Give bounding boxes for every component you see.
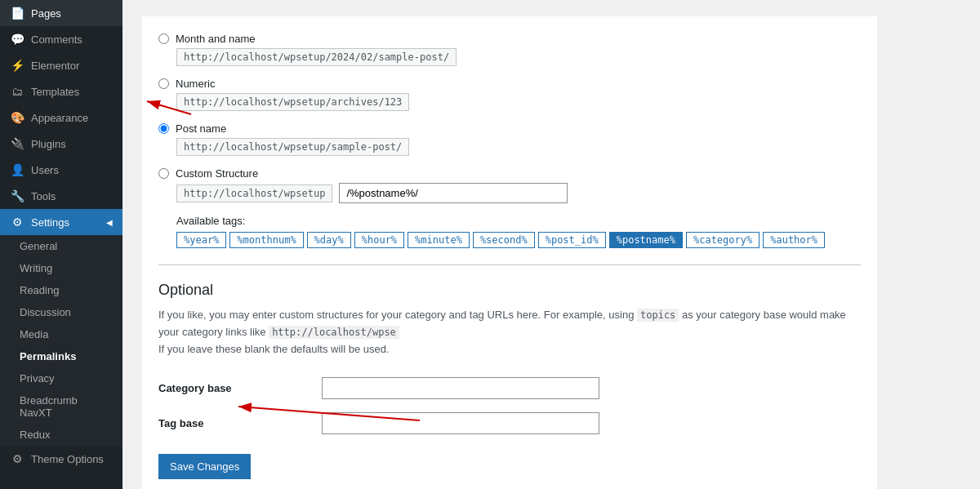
- submenu-general[interactable]: General: [0, 235, 122, 257]
- sidebar: 📄 Pages 💬 Comments ⚡ Elementor 🗂 Templat…: [0, 0, 122, 489]
- tag-monthnum[interactable]: %monthnum%: [229, 232, 303, 248]
- optional-form-table: Category base Tag base: [158, 371, 861, 441]
- optional-title: Optional: [158, 282, 861, 299]
- save-changes-button[interactable]: Save Changes: [158, 454, 251, 479]
- optional-description: If you like, you may enter custom struct…: [158, 307, 861, 358]
- tag-day[interactable]: %day%: [307, 232, 351, 248]
- month-name-option: Month and name http://localhost/wpsetup/…: [158, 33, 861, 66]
- custom-structure-radio[interactable]: [158, 168, 169, 179]
- sidebar-item-users[interactable]: 👤 Users: [0, 157, 122, 183]
- submenu-breadcrumb[interactable]: Breadcrumb NavXT: [0, 389, 122, 424]
- sidebar-item-plugins-label: Plugins: [31, 138, 66, 150]
- pages-icon: 📄: [10, 7, 24, 20]
- available-tags-section: Available tags: %year% %monthnum% %day% …: [176, 215, 861, 248]
- appearance-icon: 🎨: [10, 111, 24, 124]
- available-tags-label: Available tags:: [176, 215, 861, 227]
- month-name-url: http://localhost/wpsetup/2024/02/sample-…: [176, 48, 457, 66]
- tags-row: %year% %monthnum% %day% %hour% %minute% …: [176, 232, 861, 248]
- sidebar-item-plugins[interactable]: 🔌 Plugins: [0, 131, 122, 157]
- tag-second[interactable]: %second%: [473, 232, 535, 248]
- sidebar-item-settings[interactable]: ⚙ Settings ◀: [0, 209, 122, 235]
- comments-icon: 💬: [10, 33, 24, 46]
- custom-structure-input[interactable]: [339, 183, 568, 203]
- elementor-icon: ⚡: [10, 59, 24, 72]
- settings-arrow-icon: ◀: [106, 218, 113, 227]
- permalink-settings-card: Month and name http://localhost/wpsetup/…: [142, 16, 877, 489]
- submenu-permalinks[interactable]: Permalinks: [0, 345, 122, 367]
- category-base-input[interactable]: [322, 377, 599, 399]
- sidebar-item-elementor[interactable]: ⚡ Elementor: [0, 52, 122, 78]
- post-name-url: http://localhost/wpsetup/sample-post/: [176, 138, 409, 156]
- settings-submenu: General Writing Reading Discussion Media…: [0, 235, 122, 446]
- topics-code: topics: [637, 309, 679, 322]
- month-name-radio[interactable]: [158, 33, 169, 44]
- plugins-icon: 🔌: [10, 137, 24, 150]
- tag-hour[interactable]: %hour%: [354, 232, 404, 248]
- custom-structure-input-row: http://localhost/wpsetup: [176, 183, 861, 203]
- sidebar-item-templates-label: Templates: [31, 86, 79, 98]
- post-name-option: Post name http://localhost/wpsetup/sampl…: [158, 122, 861, 156]
- numeric-url: http://localhost/wpsetup/archives/123: [176, 93, 409, 111]
- month-name-radio-label: Month and name: [158, 33, 861, 45]
- sidebar-item-theme-options[interactable]: ⚙ Theme Options: [0, 446, 122, 472]
- sidebar-item-comments[interactable]: 💬 Comments: [0, 26, 122, 52]
- category-base-label: Category base: [158, 382, 232, 394]
- month-name-label: Month and name: [176, 33, 256, 45]
- post-name-radio-label: Post name: [158, 122, 861, 135]
- sidebar-item-elementor-label: Elementor: [31, 60, 79, 72]
- category-base-row: Category base: [158, 371, 861, 406]
- numeric-radio[interactable]: [158, 78, 169, 89]
- sidebar-item-settings-label: Settings: [31, 216, 69, 229]
- submenu-media[interactable]: Media: [0, 323, 122, 345]
- theme-options-icon: ⚙: [10, 452, 24, 465]
- custom-structure-radio-label: Custom Structure: [158, 167, 861, 180]
- sidebar-item-appearance-label: Appearance: [31, 112, 88, 124]
- tag-base-row: Tag base: [158, 406, 861, 441]
- optional-section: Optional If you like, you may enter cust…: [158, 282, 861, 441]
- sidebar-item-pages[interactable]: 📄 Pages: [0, 0, 122, 26]
- submenu-discussion[interactable]: Discussion: [0, 301, 122, 323]
- post-name-radio[interactable]: [158, 123, 169, 134]
- numeric-radio-label: Numeric: [158, 78, 861, 90]
- tag-base-input[interactable]: [322, 412, 599, 434]
- tag-author[interactable]: %author%: [763, 232, 825, 248]
- sidebar-item-appearance[interactable]: 🎨 Appearance: [0, 104, 122, 131]
- tag-base-label: Tag base: [158, 417, 203, 429]
- sidebar-item-pages-label: Pages: [31, 7, 61, 20]
- sidebar-item-templates[interactable]: 🗂 Templates: [0, 78, 122, 104]
- sidebar-item-theme-options-label: Theme Options: [31, 453, 104, 465]
- tools-icon: 🔧: [10, 189, 24, 202]
- settings-icon: ⚙: [10, 216, 24, 229]
- numeric-option: Numeric http://localhost/wpsetup/archive…: [158, 78, 861, 111]
- tag-year[interactable]: %year%: [176, 232, 226, 248]
- custom-structure-option: Custom Structure http://localhost/wpsetu…: [158, 167, 861, 203]
- users-icon: 👤: [10, 163, 24, 176]
- submenu-redux[interactable]: Redux: [0, 424, 122, 446]
- sidebar-item-tools-label: Tools: [31, 190, 56, 202]
- tag-post-id[interactable]: %post_id%: [538, 232, 606, 248]
- section-divider: [158, 265, 861, 265]
- tag-category[interactable]: %category%: [686, 232, 760, 248]
- tag-postname[interactable]: %postname%: [609, 232, 683, 248]
- sidebar-item-comments-label: Comments: [31, 33, 82, 46]
- custom-url-prefix: http://localhost/wpsetup: [176, 184, 332, 202]
- tag-minute[interactable]: %minute%: [408, 232, 470, 248]
- submenu-reading[interactable]: Reading: [0, 279, 122, 301]
- submenu-writing[interactable]: Writing: [0, 257, 122, 279]
- templates-icon: 🗂: [10, 85, 24, 98]
- example-url: http://localhost/wpse: [269, 326, 399, 339]
- custom-structure-label: Custom Structure: [176, 167, 258, 180]
- submenu-privacy[interactable]: Privacy: [0, 367, 122, 389]
- sidebar-item-users-label: Users: [31, 164, 59, 176]
- post-name-label: Post name: [176, 122, 226, 135]
- numeric-label: Numeric: [176, 78, 215, 90]
- main-content: Month and name http://localhost/wpsetup/…: [122, 0, 980, 489]
- sidebar-item-tools[interactable]: 🔧 Tools: [0, 183, 122, 209]
